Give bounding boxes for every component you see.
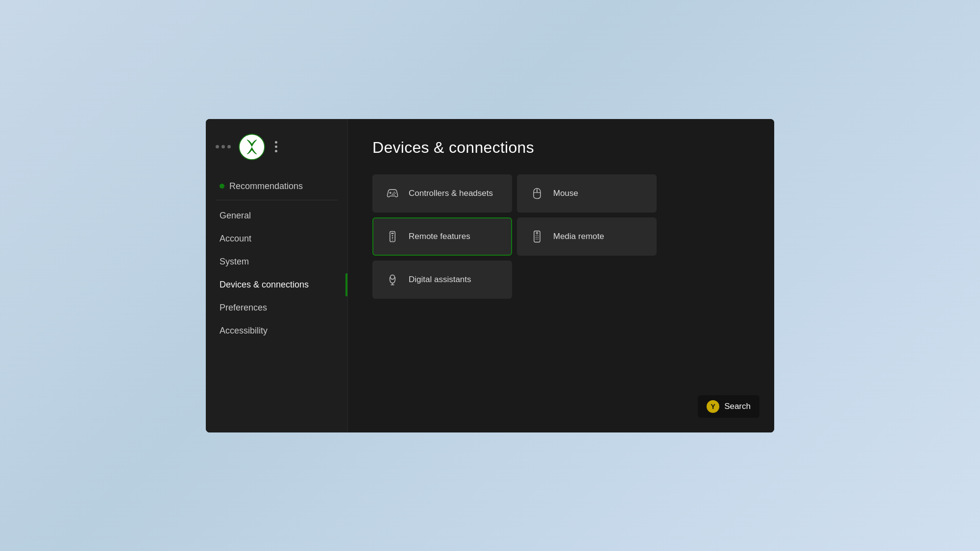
sidebar-item-general-label: General [220,211,251,221]
svg-point-5 [395,192,396,193]
svg-point-7 [393,193,394,194]
controllers-headsets-item[interactable]: Controllers & headsets [372,174,512,213]
digital-assistants-label: Digital assistants [409,275,471,285]
media-remote-item[interactable]: Media remote [517,217,657,256]
svg-point-17 [536,232,538,234]
menu-dot-2 [275,145,277,148]
svg-point-6 [392,192,393,193]
remote-icon [385,229,400,244]
sidebar: Recommendations General Account System D… [206,119,348,432]
sidebar-item-accessibility-label: Accessibility [220,326,268,336]
sidebar-item-general[interactable]: General [206,204,347,227]
dot-3 [227,145,231,148]
sidebar-item-accessibility[interactable]: Accessibility [206,319,347,342]
sidebar-item-recommendations[interactable]: Recommendations [206,175,347,198]
recommendations-dot [220,184,224,189]
svg-point-24 [391,275,395,279]
controllers-headsets-label: Controllers & headsets [409,189,493,198]
svg-point-13 [392,235,393,236]
svg-point-4 [393,192,394,192]
main-content: Devices & connections Contro [348,119,774,432]
svg-point-14 [392,237,393,239]
dot-2 [221,145,225,148]
menu-dot-3 [275,150,277,152]
dots-decoration [216,145,231,148]
search-button[interactable]: Y Search [698,395,760,418]
sidebar-item-account-label: Account [220,234,251,244]
options-grid: Controllers & headsets Mouse [372,174,657,299]
svg-rect-12 [391,233,393,234]
sidebar-item-devices[interactable]: Devices & connections [206,273,347,296]
sidebar-header [206,129,347,170]
settings-window: Recommendations General Account System D… [206,119,774,432]
sidebar-item-system-label: System [220,257,249,267]
svg-rect-10 [537,190,538,192]
menu-dot-1 [275,141,277,144]
sidebar-item-system[interactable]: System [206,250,347,273]
assistant-icon [385,272,400,287]
sidebar-nav: Recommendations General Account System D… [206,170,347,423]
svg-rect-16 [534,231,540,242]
svg-rect-21 [538,237,539,238]
sidebar-item-preferences[interactable]: Preferences [206,296,347,319]
menu-dots-button[interactable] [275,141,277,152]
mouse-icon [530,186,544,201]
mouse-item[interactable]: Mouse [517,174,657,213]
sidebar-item-preferences-label: Preferences [220,303,267,313]
sidebar-item-account[interactable]: Account [206,227,347,250]
remote-features-item[interactable]: Remote features [372,217,512,256]
page-title: Devices & connections [372,139,750,157]
mouse-label: Mouse [553,189,578,198]
svg-rect-20 [536,237,537,238]
remote-features-label: Remote features [409,232,470,241]
sidebar-item-devices-label: Devices & connections [220,280,309,290]
svg-rect-23 [538,239,539,240]
svg-rect-22 [536,239,537,240]
xbox-logo [239,134,265,160]
search-label: Search [724,402,751,411]
y-button-icon: Y [707,400,719,413]
nav-divider [216,200,338,200]
controller-icon [385,186,400,201]
media-remote-icon [530,229,544,244]
svg-point-15 [392,240,393,240]
digital-assistants-item[interactable]: Digital assistants [372,261,512,299]
svg-rect-18 [536,235,537,236]
dot-1 [216,145,219,148]
svg-rect-19 [538,235,539,236]
sidebar-item-recommendations-label: Recommendations [229,181,303,192]
media-remote-label: Media remote [553,232,604,241]
